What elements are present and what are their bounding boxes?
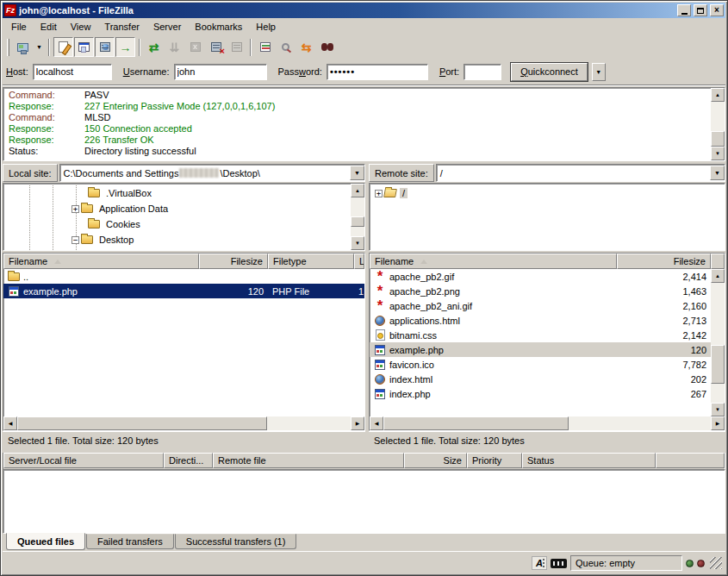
menu-view[interactable]: View bbox=[64, 20, 98, 34]
scroll-right-icon[interactable]: ▶ bbox=[711, 416, 725, 430]
port-input[interactable] bbox=[464, 64, 501, 80]
password-input[interactable] bbox=[327, 64, 428, 80]
close-button[interactable]: × bbox=[710, 4, 724, 16]
ico-file-icon bbox=[375, 360, 385, 370]
toggle-remote-tree-button[interactable] bbox=[95, 37, 115, 57]
local-column-filetype[interactable]: Filetype bbox=[268, 254, 354, 269]
local-column-filename[interactable]: Filename bbox=[3, 254, 199, 269]
tree-item-virtualbox[interactable]: .VirtualBox bbox=[3, 185, 351, 201]
disconnect-button[interactable]: × bbox=[206, 37, 226, 57]
local-horizontal-scrollbar[interactable]: ◀ ▶ bbox=[3, 416, 364, 430]
folder-icon bbox=[81, 235, 93, 244]
site-manager-dropdown-button[interactable]: ▼ bbox=[34, 37, 45, 57]
scroll-right-icon[interactable]: ▶ bbox=[351, 416, 364, 430]
scroll-left-icon[interactable]: ◀ bbox=[3, 416, 17, 430]
local-column-last-modified[interactable]: L bbox=[354, 254, 364, 269]
queue-column-remote-file[interactable]: Remote file bbox=[213, 453, 404, 468]
titlebar[interactable]: Fz john@localhost - FileZilla × bbox=[3, 3, 725, 18]
remote-column-filename[interactable]: Filename bbox=[370, 254, 617, 269]
menu-edit[interactable]: Edit bbox=[34, 20, 64, 34]
scroll-thumb[interactable] bbox=[17, 416, 267, 430]
remote-file-row-example-php[interactable]: example.php 120 bbox=[370, 342, 711, 357]
remote-site-combobox[interactable]: / ▼ bbox=[436, 164, 725, 182]
tab-successful-transfers[interactable]: Successful transfers (1) bbox=[175, 534, 297, 549]
expand-plus-icon[interactable]: + bbox=[375, 190, 383, 197]
log-label: Command: bbox=[9, 112, 84, 123]
tree-item-desktop[interactable]: − Desktop bbox=[3, 232, 351, 247]
remote-horizontal-scrollbar[interactable]: ◀ ▶ bbox=[370, 416, 725, 430]
scroll-thumb[interactable] bbox=[711, 345, 725, 384]
tab-queued-files[interactable]: Queued files bbox=[6, 533, 85, 550]
remote-pane: Remote site: / ▼ + / Filename bbox=[369, 164, 725, 448]
menu-transfer[interactable]: Transfer bbox=[97, 20, 146, 34]
collapse-minus-icon[interactable]: − bbox=[72, 236, 79, 244]
scroll-thumb[interactable] bbox=[711, 131, 725, 147]
remote-file-row[interactable]: *apache_pb2_ani.gif 2,160 bbox=[370, 298, 711, 313]
site-manager-button[interactable] bbox=[13, 37, 33, 57]
expand-plus-icon[interactable]: + bbox=[72, 205, 79, 213]
refresh-button[interactable]: ⇄ bbox=[144, 37, 164, 57]
username-input[interactable] bbox=[174, 64, 267, 80]
toggle-message-log-button[interactable] bbox=[53, 37, 73, 57]
remote-file-row[interactable]: bitnami.css 2,142 bbox=[370, 328, 711, 342]
queue-column-server-local-file[interactable]: Server/Local file bbox=[3, 453, 164, 468]
queue-column-status[interactable]: Status bbox=[522, 453, 656, 468]
remote-file-row[interactable]: *apache_pb2.gif 2,414 bbox=[370, 269, 711, 284]
toolbar-grip[interactable] bbox=[7, 39, 9, 56]
remote-file-row[interactable]: *apache_pb2.png 1,463 bbox=[370, 284, 711, 298]
queue-column-priority[interactable]: Priority bbox=[467, 453, 522, 468]
find-files-button[interactable] bbox=[317, 37, 337, 57]
local-site-combobox[interactable]: C:\Documents and Settings\Desktop\ ▼ bbox=[59, 164, 365, 182]
remote-path: / bbox=[440, 168, 443, 178]
scroll-thumb[interactable] bbox=[383, 416, 569, 430]
window-title: john@localhost - FileZilla bbox=[19, 5, 675, 16]
local-file-row-example-php[interactable]: example.php 120 PHP File 1 bbox=[3, 284, 364, 298]
data-type-ascii-icon[interactable]: A bbox=[532, 556, 547, 570]
minimize-button[interactable] bbox=[677, 4, 691, 16]
resize-grip[interactable] bbox=[710, 557, 722, 569]
quickconnect-button[interactable]: Quickconnect bbox=[511, 63, 588, 81]
queue-column-direction[interactable]: Directi... bbox=[164, 453, 213, 468]
scroll-up-icon[interactable]: ▲ bbox=[711, 88, 725, 102]
local-tree-vertical-scrollbar[interactable]: ▲ ▼ bbox=[351, 184, 364, 250]
scroll-left-icon[interactable]: ◀ bbox=[370, 416, 383, 430]
remote-site-dropdown-button[interactable]: ▼ bbox=[710, 166, 725, 180]
toggle-transfer-queue-button[interactable]: → bbox=[115, 37, 135, 57]
process-queue-button[interactable]: ⇊ bbox=[165, 37, 184, 57]
menu-server[interactable]: Server bbox=[146, 20, 188, 34]
log-vertical-scrollbar[interactable]: ▲ ▼ bbox=[711, 88, 725, 160]
scroll-up-icon[interactable]: ▲ bbox=[351, 184, 364, 197]
tree-item-cookies[interactable]: Cookies bbox=[3, 216, 351, 232]
scroll-up-icon[interactable]: ▲ bbox=[711, 269, 725, 283]
local-column-filesize[interactable]: Filesize bbox=[199, 254, 268, 269]
remote-file-row[interactable]: index.html 202 bbox=[370, 372, 711, 386]
filter-button[interactable] bbox=[255, 37, 275, 57]
tree-item-root[interactable]: + / bbox=[370, 185, 725, 201]
maximize-button[interactable] bbox=[694, 4, 707, 16]
remote-file-row[interactable]: favicon.ico 7,782 bbox=[370, 357, 711, 372]
remote-file-row[interactable]: applications.html 2,713 bbox=[370, 313, 711, 328]
scroll-down-icon[interactable]: ▼ bbox=[711, 403, 725, 416]
synchronized-browsing-button[interactable]: ⇆ bbox=[296, 37, 316, 57]
quickconnect-dropdown-button[interactable]: ▼ bbox=[592, 63, 606, 81]
cancel-button[interactable]: x bbox=[185, 37, 205, 57]
toggle-local-tree-button[interactable] bbox=[74, 37, 94, 57]
queue-column-size[interactable]: Size bbox=[404, 453, 467, 468]
menu-file[interactable]: File bbox=[4, 20, 34, 34]
remote-file-row[interactable]: index.php 267 bbox=[370, 386, 711, 401]
reconnect-button[interactable] bbox=[227, 37, 246, 57]
speed-limit-badge-icon[interactable] bbox=[551, 559, 567, 568]
remote-column-filesize[interactable]: Filesize bbox=[617, 254, 711, 269]
scroll-down-icon[interactable]: ▼ bbox=[351, 236, 364, 250]
host-input[interactable] bbox=[33, 64, 112, 80]
directory-comparison-button[interactable] bbox=[276, 37, 296, 57]
local-site-dropdown-button[interactable]: ▼ bbox=[350, 166, 364, 180]
tab-failed-transfers[interactable]: Failed transfers bbox=[86, 534, 174, 549]
local-file-row-parent[interactable]: .. bbox=[3, 269, 364, 284]
remote-vertical-scrollbar[interactable]: ▲ ▼ bbox=[711, 269, 725, 416]
menu-help[interactable]: Help bbox=[249, 20, 283, 34]
scroll-thumb[interactable] bbox=[351, 216, 364, 227]
menu-bookmarks[interactable]: Bookmarks bbox=[188, 20, 249, 34]
scroll-down-icon[interactable]: ▼ bbox=[711, 147, 725, 160]
tree-item-application-data[interactable]: + Application Data bbox=[3, 201, 351, 216]
